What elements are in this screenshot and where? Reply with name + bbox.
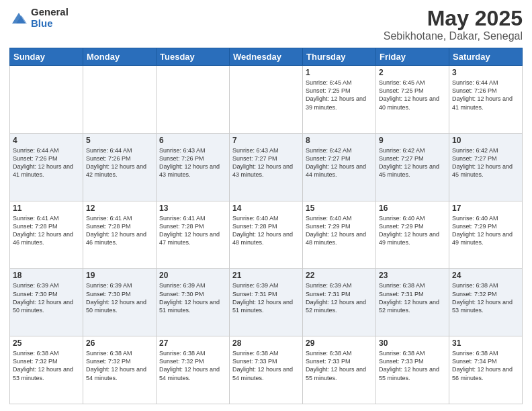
- cell-number: 15: [306, 203, 373, 213]
- cell-info: Sunrise: 6:38 AMSunset: 7:34 PMDaylight:…: [452, 350, 513, 381]
- cell-number: 14: [232, 203, 300, 213]
- table-row: 15Sunrise: 6:40 AMSunset: 7:29 PMDayligh…: [303, 201, 376, 269]
- calendar-week-row: 18Sunrise: 6:39 AMSunset: 7:30 PMDayligh…: [10, 269, 523, 336]
- logo: General Blue: [9, 7, 69, 29]
- cell-number: 13: [159, 203, 226, 213]
- cell-number: 24: [452, 271, 519, 280]
- title-block: May 2025 Sebikhotane, Dakar, Senegal: [384, 7, 523, 42]
- cell-info: Sunrise: 6:41 AMSunset: 7:28 PMDaylight:…: [86, 215, 146, 246]
- cell-number: 30: [379, 338, 446, 348]
- cell-number: 3: [452, 68, 519, 77]
- table-row: 22Sunrise: 6:39 AMSunset: 7:31 PMDayligh…: [303, 269, 376, 336]
- table-row: 28Sunrise: 6:38 AMSunset: 7:33 PMDayligh…: [230, 336, 303, 404]
- table-row: [230, 66, 303, 134]
- calendar-title: May 2025: [384, 7, 523, 30]
- table-row: 11Sunrise: 6:41 AMSunset: 7:28 PMDayligh…: [10, 201, 83, 269]
- cell-info: Sunrise: 6:42 AMSunset: 7:27 PMDaylight:…: [452, 147, 513, 178]
- cell-info: Sunrise: 6:39 AMSunset: 7:30 PMDaylight:…: [13, 282, 73, 313]
- table-row: 2Sunrise: 6:45 AMSunset: 7:25 PMDaylight…: [376, 66, 449, 134]
- table-row: 5Sunrise: 6:44 AMSunset: 7:26 PMDaylight…: [83, 133, 157, 201]
- table-row: 23Sunrise: 6:38 AMSunset: 7:31 PMDayligh…: [376, 269, 449, 336]
- cell-number: 1: [306, 68, 373, 77]
- cell-info: Sunrise: 6:39 AMSunset: 7:31 PMDaylight:…: [232, 282, 293, 313]
- cell-number: 10: [452, 136, 519, 145]
- table-row: [83, 66, 157, 134]
- cell-info: Sunrise: 6:40 AMSunset: 7:29 PMDaylight:…: [452, 215, 513, 246]
- cell-info: Sunrise: 6:45 AMSunset: 7:25 PMDaylight:…: [306, 79, 366, 110]
- cell-number: 8: [306, 136, 373, 145]
- cell-info: Sunrise: 6:43 AMSunset: 7:26 PMDaylight:…: [159, 147, 220, 178]
- table-row: 3Sunrise: 6:44 AMSunset: 7:26 PMDaylight…: [449, 66, 523, 134]
- table-row: 1Sunrise: 6:45 AMSunset: 7:25 PMDaylight…: [303, 66, 376, 134]
- table-row: 9Sunrise: 6:42 AMSunset: 7:27 PMDaylight…: [376, 133, 449, 201]
- cell-number: 23: [379, 271, 446, 280]
- cell-number: 27: [159, 338, 226, 348]
- cell-number: 12: [86, 203, 153, 213]
- cell-info: Sunrise: 6:40 AMSunset: 7:29 PMDaylight:…: [306, 215, 366, 246]
- table-row: 4Sunrise: 6:44 AMSunset: 7:26 PMDaylight…: [10, 133, 83, 201]
- logo-general: General: [31, 7, 69, 18]
- cell-info: Sunrise: 6:44 AMSunset: 7:26 PMDaylight:…: [86, 147, 146, 178]
- header-sunday: Sunday: [10, 48, 83, 66]
- table-row: 16Sunrise: 6:40 AMSunset: 7:29 PMDayligh…: [376, 201, 449, 269]
- cell-number: 25: [13, 338, 80, 348]
- calendar-header-row: Sunday Monday Tuesday Wednesday Thursday…: [10, 48, 523, 66]
- cell-info: Sunrise: 6:41 AMSunset: 7:28 PMDaylight:…: [13, 215, 73, 246]
- calendar-table: Sunday Monday Tuesday Wednesday Thursday…: [9, 48, 523, 404]
- table-row: 13Sunrise: 6:41 AMSunset: 7:28 PMDayligh…: [157, 201, 230, 269]
- table-row: [10, 66, 83, 134]
- calendar-week-row: 25Sunrise: 6:38 AMSunset: 7:32 PMDayligh…: [10, 336, 523, 404]
- cell-number: 5: [86, 136, 153, 145]
- cell-info: Sunrise: 6:38 AMSunset: 7:33 PMDaylight:…: [379, 350, 439, 381]
- table-row: 29Sunrise: 6:38 AMSunset: 7:33 PMDayligh…: [303, 336, 376, 404]
- cell-number: 22: [306, 271, 373, 280]
- cell-number: 6: [159, 136, 226, 145]
- page: General Blue May 2025 Sebikhotane, Dakar…: [0, 0, 532, 411]
- header-monday: Monday: [83, 48, 157, 66]
- cell-info: Sunrise: 6:38 AMSunset: 7:33 PMDaylight:…: [232, 350, 293, 381]
- table-row: 8Sunrise: 6:42 AMSunset: 7:27 PMDaylight…: [303, 133, 376, 201]
- logo-icon: [9, 9, 28, 28]
- header-thursday: Thursday: [303, 48, 376, 66]
- cell-number: 26: [86, 338, 153, 348]
- cell-info: Sunrise: 6:40 AMSunset: 7:29 PMDaylight:…: [379, 215, 439, 246]
- header-saturday: Saturday: [449, 48, 523, 66]
- table-row: 17Sunrise: 6:40 AMSunset: 7:29 PMDayligh…: [449, 201, 523, 269]
- cell-info: Sunrise: 6:38 AMSunset: 7:32 PMDaylight:…: [86, 350, 146, 381]
- table-row: 21Sunrise: 6:39 AMSunset: 7:31 PMDayligh…: [230, 269, 303, 336]
- table-row: 14Sunrise: 6:40 AMSunset: 7:28 PMDayligh…: [230, 201, 303, 269]
- table-row: 25Sunrise: 6:38 AMSunset: 7:32 PMDayligh…: [10, 336, 83, 404]
- cell-number: 28: [232, 338, 300, 348]
- cell-info: Sunrise: 6:39 AMSunset: 7:30 PMDaylight:…: [86, 282, 146, 313]
- table-row: 19Sunrise: 6:39 AMSunset: 7:30 PMDayligh…: [83, 269, 157, 336]
- cell-info: Sunrise: 6:38 AMSunset: 7:32 PMDaylight:…: [13, 350, 73, 381]
- table-row: 26Sunrise: 6:38 AMSunset: 7:32 PMDayligh…: [83, 336, 157, 404]
- cell-info: Sunrise: 6:38 AMSunset: 7:33 PMDaylight:…: [306, 350, 366, 381]
- cell-info: Sunrise: 6:39 AMSunset: 7:31 PMDaylight:…: [306, 282, 366, 313]
- table-row: 12Sunrise: 6:41 AMSunset: 7:28 PMDayligh…: [83, 201, 157, 269]
- table-row: 10Sunrise: 6:42 AMSunset: 7:27 PMDayligh…: [449, 133, 523, 201]
- cell-number: 31: [452, 338, 519, 348]
- cell-info: Sunrise: 6:39 AMSunset: 7:30 PMDaylight:…: [159, 282, 220, 313]
- table-row: [157, 66, 230, 134]
- cell-info: Sunrise: 6:41 AMSunset: 7:28 PMDaylight:…: [159, 215, 220, 246]
- cell-info: Sunrise: 6:43 AMSunset: 7:27 PMDaylight:…: [232, 147, 293, 178]
- header-wednesday: Wednesday: [230, 48, 303, 66]
- cell-info: Sunrise: 6:45 AMSunset: 7:25 PMDaylight:…: [379, 79, 439, 110]
- header-tuesday: Tuesday: [157, 48, 230, 66]
- cell-number: 18: [13, 271, 80, 280]
- cell-info: Sunrise: 6:38 AMSunset: 7:31 PMDaylight:…: [379, 282, 439, 313]
- logo-text: General Blue: [31, 7, 69, 29]
- calendar-subtitle: Sebikhotane, Dakar, Senegal: [384, 30, 523, 42]
- cell-number: 2: [379, 68, 446, 77]
- cell-info: Sunrise: 6:42 AMSunset: 7:27 PMDaylight:…: [306, 147, 366, 178]
- cell-number: 20: [159, 271, 226, 280]
- cell-info: Sunrise: 6:40 AMSunset: 7:28 PMDaylight:…: [232, 215, 293, 246]
- logo-blue: Blue: [31, 18, 69, 30]
- cell-info: Sunrise: 6:42 AMSunset: 7:27 PMDaylight:…: [379, 147, 439, 178]
- cell-number: 19: [86, 271, 153, 280]
- header-friday: Friday: [376, 48, 449, 66]
- table-row: 24Sunrise: 6:38 AMSunset: 7:32 PMDayligh…: [449, 269, 523, 336]
- table-row: 31Sunrise: 6:38 AMSunset: 7:34 PMDayligh…: [449, 336, 523, 404]
- cell-number: 16: [379, 203, 446, 213]
